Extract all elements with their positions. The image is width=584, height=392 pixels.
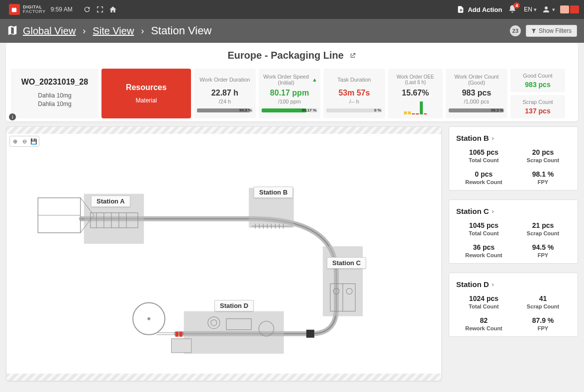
total-count-label: Total Count	[456, 303, 511, 309]
chevron-right-icon: ›	[492, 281, 494, 288]
diagram-stripe-top	[6, 127, 441, 134]
total-count-value: 1045 pcs	[456, 221, 511, 229]
status-badge-1[interactable]	[560, 5, 569, 13]
oee-bar	[420, 101, 423, 114]
kpi-oee-value: 15.67%	[391, 89, 440, 98]
line-diagram-panel: ⊕ ⊖ 💾	[6, 126, 442, 381]
scrap-count-value: 21 pcs	[515, 221, 571, 229]
chevron-right-icon: ›	[141, 26, 144, 36]
kpi-scrap-mini-label: Scrap Count	[513, 99, 562, 105]
kpi-duration: Work Order Duration 22.87 h /24 h 94.3 %	[194, 69, 256, 118]
fpy-label: FPY	[515, 252, 571, 258]
logo-icon	[9, 4, 20, 15]
body-row: ⊕ ⊖ 💾	[0, 126, 584, 387]
kpi-good-label: Work Order Count (Good)	[449, 73, 504, 87]
filters-label: Show Filters	[539, 27, 572, 34]
kpi-good-bar: 98.3 %	[449, 108, 504, 112]
kpi-scrap-mini-value: 137 pcs	[513, 107, 562, 115]
oee-bar	[404, 111, 407, 114]
diagram-station-b-label[interactable]: Station B	[254, 187, 293, 198]
notification-badge: 4	[513, 2, 520, 8]
notification-icon[interactable]: 4	[508, 4, 517, 15]
kpi-oee: Work Order OEE (Last 6 h) 15.67%	[388, 69, 443, 118]
map-icon[interactable]	[7, 25, 18, 37]
info-icon[interactable]: i	[9, 113, 16, 120]
home-icon[interactable]	[106, 3, 119, 16]
total-count-value: 1024 pcs	[456, 294, 511, 302]
diagram-station-d-label[interactable]: Station D	[214, 300, 254, 311]
arrow-up-icon: ▲	[312, 77, 317, 83]
svg-point-26	[147, 317, 150, 320]
kpi-mini-column: Good Count 983 pcs Scrap Count 137 pcs	[510, 69, 565, 118]
zoom-out-icon[interactable]: ⊖	[20, 137, 29, 146]
kpi-task-sub: /-- h	[326, 98, 382, 104]
kpi-good-count: Work Order Count (Good) 983 pcs /1,000 p…	[446, 69, 507, 118]
zoom-in-icon[interactable]: ⊕	[10, 137, 19, 146]
chevron-down-icon: ▾	[552, 6, 555, 13]
oee-bar	[416, 113, 419, 114]
kpi-duration-label: Work Order Duration	[197, 73, 253, 87]
diagram-station-c-label[interactable]: Station C	[327, 257, 366, 269]
line-diagram-svg	[6, 134, 441, 381]
fpy-value: 87.9 %	[515, 316, 571, 324]
user-menu[interactable]: ▾	[542, 5, 555, 14]
svg-rect-35	[180, 332, 183, 337]
kpi-good-pct: 98.3 %	[491, 108, 503, 112]
clock-text: 9:59 AM	[51, 6, 73, 13]
brand-text: DIGITAL FACTORY	[23, 5, 46, 14]
kpi-task-label: Task Duration	[326, 73, 382, 87]
station-card-header[interactable]: Station C ›	[456, 207, 571, 215]
resources-card[interactable]: Resources Material	[101, 69, 191, 118]
kpi-speed-label: Work Order Speed (Initial)▲	[262, 73, 317, 87]
diagram-station-a-label[interactable]: Station A	[91, 196, 130, 207]
oee-bar	[412, 113, 415, 114]
scrap-count-label: Scrap Count	[515, 230, 571, 236]
kpi-oee-label: Work Order OEE (Last 6 h)	[391, 73, 440, 87]
rework-count-value: 0 pcs	[456, 170, 511, 178]
page-title: Europe - Packaging Line	[11, 50, 573, 62]
kpi-speed-bar: 80.17 %	[262, 108, 317, 112]
fpy-label: FPY	[515, 179, 571, 185]
language-selector[interactable]: EN ▾	[524, 6, 537, 13]
kpi-scrap-mini: Scrap Count 137 pcs	[510, 95, 565, 118]
count-badge[interactable]: 23	[510, 25, 521, 36]
fullscreen-icon[interactable]	[94, 3, 106, 16]
chevron-right-icon: ›	[83, 26, 86, 36]
fpy-value: 98.1 %	[515, 170, 571, 178]
add-action-button[interactable]: Add Action	[457, 5, 502, 13]
total-count-label: Total Count	[456, 230, 511, 236]
language-label: EN	[524, 6, 532, 13]
status-badge-2[interactable]	[570, 5, 579, 13]
rework-count-label: Rework Count	[456, 325, 511, 331]
rework-count-label: Rework Count	[456, 252, 511, 258]
kpi-task-duration: Task Duration 53m 57s /-- h 0 %	[323, 69, 385, 118]
scrap-count-label: Scrap Count	[515, 303, 571, 309]
work-order-product-2: Dahlia 10mg	[16, 100, 94, 108]
breadcrumb-site-view[interactable]: Site View	[93, 25, 134, 37]
kpi-good-mini-value: 983 pcs	[513, 81, 562, 89]
oee-bar	[408, 111, 411, 114]
station-card: Station C ›1045 pcsTotal Count21 pcsScra…	[449, 199, 578, 264]
fpy-value: 94.5 %	[515, 243, 571, 251]
kpi-good-mini-label: Good Count	[513, 73, 562, 79]
resources-title: Resources	[126, 83, 167, 92]
station-card-header[interactable]: Station B ›	[456, 134, 571, 142]
external-link-icon[interactable]	[349, 50, 356, 62]
rework-count-value: 82	[456, 316, 511, 324]
refresh-icon[interactable]	[81, 3, 94, 16]
chevron-right-icon: ›	[492, 135, 494, 142]
total-count-label: Total Count	[456, 157, 511, 163]
kpi-speed-pct: 80.17 %	[302, 108, 316, 112]
station-card-header[interactable]: Station D ›	[456, 280, 571, 289]
show-filters-button[interactable]: Show Filters	[526, 25, 577, 37]
brand-line2: FACTORY	[23, 9, 46, 14]
kpi-task-value: 53m 57s	[326, 89, 382, 98]
kpi-speed-value: 80.17 ppm	[262, 89, 317, 98]
save-icon[interactable]: 💾	[29, 137, 38, 146]
work-order-id: WO_20231019_28	[16, 78, 94, 87]
rework-count-value: 36 pcs	[456, 243, 511, 251]
breadcrumb-global-view[interactable]: Global View	[23, 25, 76, 37]
fpy-label: FPY	[515, 325, 571, 331]
rework-count-label: Rework Count	[456, 179, 511, 185]
status-badges	[560, 5, 579, 13]
